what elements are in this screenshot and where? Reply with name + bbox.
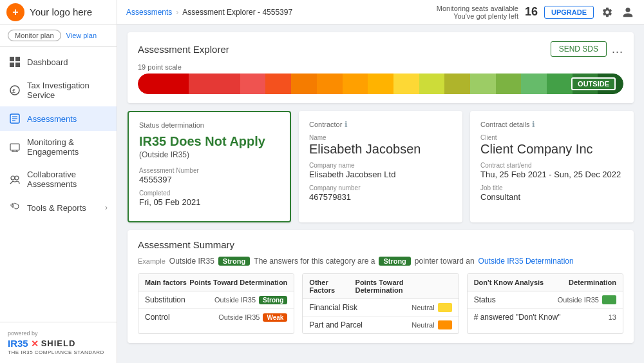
send-sds-button[interactable]: SEND SDS <box>551 41 607 57</box>
other-factors-header: Other Factors Points Toward Determinatio… <box>303 274 458 299</box>
main-content: Assessments › Assessment Explorer - 4555… <box>117 0 644 363</box>
sidebar: + Your logo here Monitor plan View plan … <box>0 0 117 363</box>
shield-brand: IR35 ✕ SHIELD <box>8 338 75 349</box>
sidebar-item-tools[interactable]: Tools & Reports › <box>0 195 117 220</box>
topbar-right: Monitoring seats available You've got pl… <box>437 5 635 20</box>
shield-sub-text: THE IR35 COMPLIANCE STANDARD <box>8 349 104 355</box>
table-row: # answered "Don't Know" 13 <box>468 309 623 326</box>
row-badge-strong: Strong <box>259 296 287 304</box>
breadcrumb: Assessments › Assessment Explorer - 4555… <box>126 8 437 17</box>
contractor-company-label: Company name <box>309 162 452 169</box>
contractor-company-section: Company name Elisabeth Jacobsen Ltd <box>309 162 452 179</box>
ae-card-header: Assessment Explorer SEND SDS ... <box>138 41 623 57</box>
tools-chevron-icon: › <box>105 203 108 212</box>
table-row: Status Outside IR35 <box>468 291 623 309</box>
summary-tables-row: Main factors Points Toward Determination… <box>138 273 623 334</box>
sidebar-item-dashboard[interactable]: Dashboard <box>0 50 117 74</box>
scale-bar-container: OUTSIDE <box>138 74 623 94</box>
dates-value: Thu, 25 Feb 2021 - Sun, 25 Dec 2022 <box>480 170 623 179</box>
dot-yellow <box>438 303 452 312</box>
svg-rect-1 <box>15 57 20 61</box>
powered-by-text: powered by <box>8 330 38 337</box>
scale-section: 19 point scale OUTSIDE <box>138 63 623 94</box>
scale-segment <box>547 74 573 94</box>
scale-segment <box>343 74 368 94</box>
upgrade-button[interactable]: UPGRADE <box>544 6 594 19</box>
more-options-icon[interactable]: ... <box>612 43 623 56</box>
row-value: Outside IR35 Strong <box>214 296 287 304</box>
sidebar-footer: powered by IR35 ✕ SHIELD THE IR35 COMPLI… <box>0 322 117 363</box>
svg-rect-3 <box>15 63 20 67</box>
collaborative-icon <box>9 173 21 185</box>
client-section: Client Client Company Inc <box>480 134 623 157</box>
table-row: Financial Risk Neutral <box>303 299 458 317</box>
topbar: Assessments › Assessment Explorer - 4555… <box>117 0 644 25</box>
table-row: Part and Parcel Neutral <box>303 317 458 333</box>
scale-segment <box>317 74 343 94</box>
summary-title: Assessment Summary <box>138 239 623 250</box>
dont-know-table: Don't Know Analysis Determination Status… <box>467 273 623 334</box>
settings-icon[interactable] <box>600 5 614 19</box>
example-text2: pointer toward an <box>415 257 475 266</box>
page-content: Assessment Explorer SEND SDS ... 19 poin… <box>117 25 644 351</box>
contractor-number-section: Company number 467579831 <box>309 184 452 202</box>
view-plan-link[interactable]: View plan <box>66 32 97 39</box>
sidebar-item-monitoring[interactable]: Monitoring & Engagements <box>0 131 117 163</box>
sidebar-nav: Dashboard £ Tax Investigation Service As… <box>0 47 117 322</box>
summary-card: Assessment Summary Example Outside IR35 … <box>128 230 634 343</box>
row-value: Outside IR35 <box>558 295 616 304</box>
breadcrumb-separator: › <box>176 8 178 17</box>
row-label: Substitution <box>145 295 185 304</box>
row-value: 13 <box>609 313 616 321</box>
dont-know-header: Don't Know Analysis Determination <box>468 274 623 291</box>
determination-sub: (Outside IR35) <box>139 150 279 159</box>
user-icon[interactable] <box>621 5 635 19</box>
sidebar-label-monitoring: Monitoring & Engagements <box>27 137 108 157</box>
status-card: Status determination IR35 Does Not Apply… <box>128 111 291 222</box>
other-factors-table: Other Factors Points Toward Determinatio… <box>302 273 459 334</box>
monitoring-icon <box>9 141 21 153</box>
contractor-info-icon: ℹ <box>345 120 348 129</box>
determination-text: IR35 Does Not Apply <box>139 134 279 149</box>
scale-segment <box>291 74 317 94</box>
sidebar-label-collaborative: Collaborative Assessments <box>27 170 108 189</box>
example-label: Example <box>138 257 166 265</box>
status-card-title: Status determination <box>139 121 279 129</box>
other-factors-col1: Other Factors <box>309 279 355 294</box>
contractor-company-value: Elisabeth Jacobsen Ltd <box>309 170 452 179</box>
svg-point-14 <box>11 176 15 180</box>
row-value: Neutral <box>412 320 451 329</box>
contractor-name-section: Name Elisabeth Jacobsen <box>309 134 452 157</box>
example-badge-strong: Strong <box>218 257 250 266</box>
job-title-value: Consultant <box>480 192 623 202</box>
scale-segment <box>265 74 291 94</box>
example-badge-strong2: Strong <box>379 257 410 266</box>
sidebar-label-tools: Tools & Reports <box>27 203 86 213</box>
dot-green <box>602 295 616 304</box>
sidebar-label-assessments: Assessments <box>27 114 77 124</box>
row-label: Status <box>474 295 496 304</box>
contractor-card: Contractor ℹ Name Elisabeth Jacobsen Com… <box>299 111 462 222</box>
monitor-plan-button[interactable]: Monitor plan <box>8 30 61 41</box>
svg-rect-2 <box>10 63 14 67</box>
main-factors-col1: Main factors <box>145 279 187 286</box>
sidebar-item-assessments[interactable]: Assessments <box>0 106 117 131</box>
example-link[interactable]: Outside IR35 Determination <box>478 257 574 266</box>
job-title-section: Job title Consultant <box>480 184 623 202</box>
contractor-card-title: Contractor ℹ <box>309 120 452 129</box>
contractor-number-value: 467579831 <box>309 192 452 202</box>
row-label: Part and Parcel <box>309 320 363 329</box>
assessment-number-value: 4555397 <box>139 175 279 184</box>
sidebar-item-tax[interactable]: £ Tax Investigation Service <box>0 74 117 106</box>
sidebar-item-collaborative[interactable]: Collaborative Assessments <box>0 163 117 195</box>
scale-segment <box>444 74 470 94</box>
completed-value: Fri, 05 Feb 2021 <box>139 197 279 207</box>
scale-segment <box>138 74 164 94</box>
logo-text: Your logo here <box>30 6 92 17</box>
breadcrumb-assessments[interactable]: Assessments <box>126 8 172 17</box>
assessment-number-section: Assessment Number 4555397 <box>139 167 279 184</box>
table-row: Control Outside IR35 Weak <box>138 309 294 326</box>
assessment-number-label: Assessment Number <box>139 167 279 174</box>
scale-segment <box>368 74 393 94</box>
assessment-explorer-card: Assessment Explorer SEND SDS ... 19 poin… <box>128 32 634 103</box>
